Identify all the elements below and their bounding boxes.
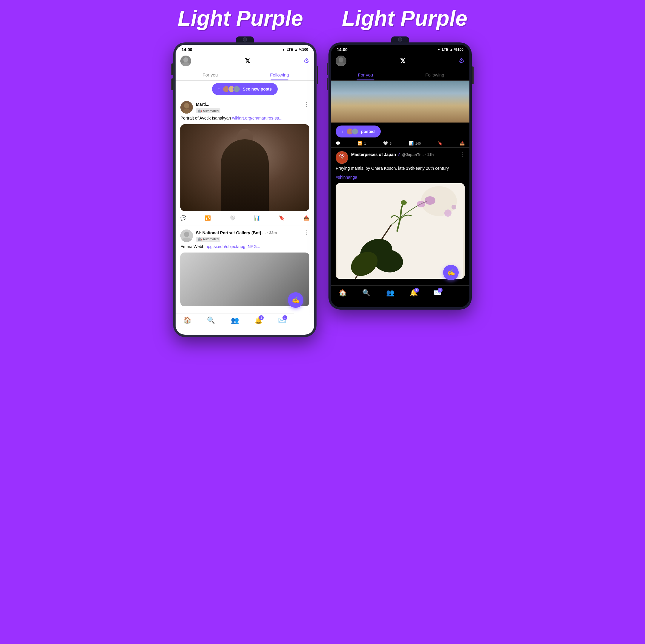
bookmark-btn-1[interactable]: 🔖 [279, 215, 285, 221]
battery-light: %100 [299, 47, 308, 52]
retweet-btn-1[interactable]: 🔁 [205, 215, 211, 221]
posted-button[interactable]: ↑ posted [336, 126, 381, 138]
tabs-light: For you Following [176, 69, 314, 81]
msg-badge-light: 1 [282, 315, 287, 320]
tweet-japan-body: Praying mantis, by Ohara Koson, late 19t… [336, 166, 465, 172]
tabs-dark: For you Following [331, 69, 469, 81]
tweet-2-badge: 🤖 Automated [196, 237, 220, 242]
landscape-image-dark [331, 81, 469, 123]
bottom-nav-dark: 🏠 🔍 👥 🔔 1 ✉️ 1 [331, 286, 449, 302]
arrow-up-icon-dark: ↑ [342, 129, 344, 134]
svg-point-20 [417, 201, 425, 207]
camera-bump-light [236, 36, 254, 42]
x-logo-light: 𝕏 [245, 57, 250, 65]
see-new-posts-button[interactable]: ↑ See new posts [212, 83, 278, 95]
arrow-up-icon: ↑ [218, 87, 220, 92]
tweet-2-meta: SI: National Portrait Gallery (Bot) ... … [196, 229, 309, 242]
phone-light: 14:00 ▼ LTE ▲ %100 [173, 36, 316, 337]
nav-messages-light[interactable]: ✉️ 1 [270, 316, 294, 324]
bottom-nav-light: 🏠 🔍 👥 🔔 1 ✉️ 1 [176, 313, 294, 329]
nav-notifications-dark[interactable]: 🔔 1 [402, 289, 426, 297]
tweet-2-header: SI: National Portrait Gallery (Bot) ... … [180, 229, 309, 242]
tweet-1-name: Marti... ⋮ [196, 101, 309, 108]
compose-fab-dark[interactable]: ✍ [443, 265, 459, 280]
tab-for-you-dark[interactable]: For you [331, 69, 400, 80]
share-btn-1[interactable]: 📤 [303, 215, 309, 221]
user-avatar-dark[interactable] [336, 55, 347, 66]
tweet-1-avatar[interactable] [180, 101, 193, 114]
tab-following-dark[interactable]: Following [400, 69, 469, 80]
avatar-stack-dark [346, 128, 359, 135]
reply-btn-dark[interactable]: 💬 [336, 141, 341, 146]
share-btn-dark[interactable]: 📤 [460, 141, 465, 146]
tweet-japan-name: Masterpieces of Japan ✓ @JapanTr... · 11… [351, 151, 465, 158]
nav-messages-dark[interactable]: ✉️ 1 [426, 289, 449, 297]
avatar-stack-light [222, 86, 240, 93]
tweet-japan-meta: Masterpieces of Japan ✓ @JapanTr... · 11… [351, 151, 465, 158]
status-bar-light: 14:00 ▼ LTE ▲ %100 [176, 45, 314, 53]
views-btn-1[interactable]: 📊 [254, 215, 260, 221]
power-button-dark [472, 66, 474, 84]
tweet-japan-hashtag: #shinhanga [336, 174, 465, 180]
tweet-japan-avatar[interactable]: 🎌 [336, 151, 348, 164]
verified-icon: ✓ [397, 152, 401, 157]
settings-icon-light[interactable]: ⚙ [303, 57, 309, 65]
phone-frame-light: 14:00 ▼ LTE ▲ %100 [173, 42, 316, 337]
bookmark-btn-dark[interactable]: 🔖 [438, 141, 443, 146]
posted-banner-dark: ↑ posted [331, 123, 469, 139]
nav-people-dark[interactable]: 👥 [378, 289, 402, 297]
stack-av3 [233, 86, 240, 93]
status-time-light: 14:00 [182, 47, 192, 52]
svg-point-21 [401, 200, 407, 205]
tweet-2-more[interactable]: ⋮ [304, 229, 309, 236]
notif-badge-light: 1 [259, 315, 264, 320]
tweet-2-avatar[interactable] [180, 229, 193, 242]
nav-home-dark[interactable]: 🏠 [331, 289, 355, 297]
tweet-1-actions: 💬 🔁 🤍 📊 🔖 📤 [180, 214, 309, 222]
nav-people-light[interactable]: 👥 [223, 316, 246, 324]
tab-following-light[interactable]: Following [245, 69, 314, 80]
views-btn-dark[interactable]: 📊140 [409, 141, 421, 146]
tweet-1-more[interactable]: ⋮ [304, 101, 309, 108]
like-btn-dark[interactable]: 🤍5 [383, 141, 392, 146]
nav-search-light[interactable]: 🔍 [199, 316, 223, 324]
svg-point-10 [339, 57, 344, 62]
x-logo-dark: 𝕏 [400, 57, 406, 65]
battery-dark: %100 [454, 47, 463, 52]
tweet-1-image [180, 124, 309, 211]
nav-notifications-light[interactable]: 🔔 1 [247, 316, 270, 324]
vol-up-dark [327, 63, 328, 75]
status-icons-light: ▼ LTE ▲ %100 [282, 47, 308, 52]
like-btn-1[interactable]: 🤍 [230, 215, 236, 221]
svg-point-4 [184, 103, 189, 109]
tweet-2-time: · 32m [267, 230, 277, 235]
vol-down-dark [327, 78, 328, 90]
compose-fab-light[interactable]: ✍ [288, 292, 303, 308]
user-avatar-light[interactable] [180, 55, 191, 66]
see-new-posts-label: See new posts [243, 87, 272, 92]
settings-icon-dark[interactable]: ⚙ [459, 57, 465, 65]
tab-for-you-light[interactable]: For you [176, 69, 245, 80]
signal-text-dark: LTE [442, 47, 448, 52]
signal-text-light: LTE [287, 47, 293, 52]
nav-search-dark[interactable]: 🔍 [355, 289, 378, 297]
page-title-right: Light Purple [342, 6, 467, 30]
camera-bump-dark [391, 36, 409, 42]
wifi-icon-light: ▼ [282, 47, 285, 52]
new-posts-banner-light: ↑ See new posts [176, 81, 314, 98]
posted-label: posted [361, 129, 375, 134]
tweet-1-link[interactable]: wikiart.org/en/martiros-sa... [232, 116, 282, 121]
tweet-2-link[interactable]: npg.si.edu/object/npg_NPG... [206, 244, 260, 249]
phone-frame-dark: 14:00 ▼ LTE ▲ %100 [329, 42, 472, 310]
reply-btn-1[interactable]: 💬 [180, 215, 186, 221]
tweet-1-header: Marti... ⋮ 🤖 Automated [180, 101, 309, 114]
tweet-landscape-actions: 💬 🔁1 🤍5 📊140 🔖 📤 [331, 139, 469, 148]
camera-dot-light [243, 37, 247, 41]
notif-badge-dark: 1 [414, 288, 419, 293]
tweet-2-body: Emma Webb npg.si.edu/object/npg_NPG... [180, 244, 309, 250]
retweet-btn-dark[interactable]: 🔁1 [358, 141, 366, 146]
nav-home-light[interactable]: 🏠 [176, 316, 199, 324]
tweet-japan-more[interactable]: ⋮ [459, 151, 465, 158]
vol-up-light [171, 63, 173, 75]
signal-icon-light: ▲ [294, 47, 298, 52]
